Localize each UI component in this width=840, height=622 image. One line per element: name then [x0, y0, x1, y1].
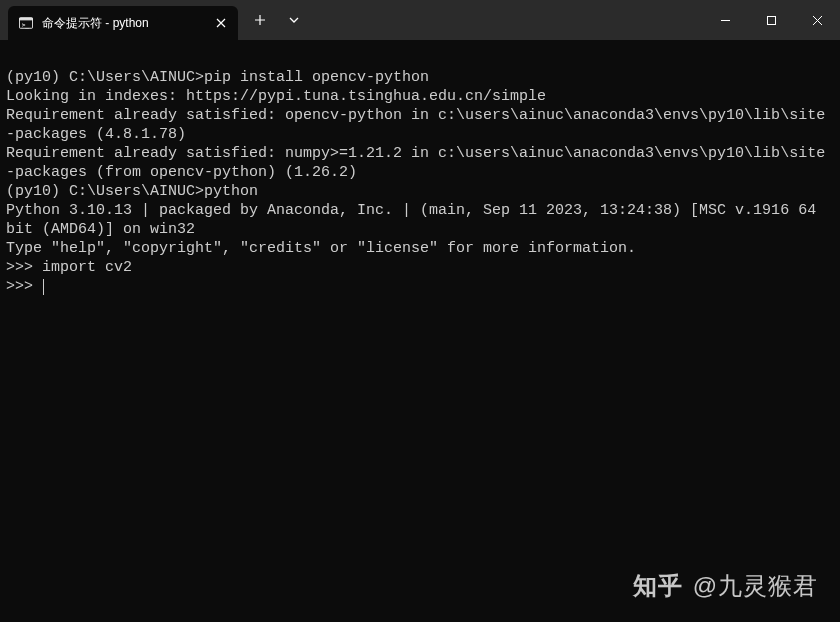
- cmd-icon: >_: [18, 15, 34, 31]
- terminal-line: >>>: [6, 277, 834, 296]
- terminal-line: (py10) C:\Users\AINUC>pip install opencv…: [6, 68, 834, 87]
- titlebar: >_ 命令提示符 - python: [0, 0, 840, 40]
- terminal-output[interactable]: (py10) C:\Users\AINUC>pip install opencv…: [0, 40, 840, 302]
- terminal-line: Requirement already satisfied: numpy>=1.…: [6, 144, 834, 182]
- terminal-line: Looking in indexes: https://pypi.tuna.ts…: [6, 87, 834, 106]
- svg-text:>_: >_: [22, 21, 30, 29]
- tab-title: 命令提示符 - python: [42, 15, 204, 32]
- titlebar-drag-area[interactable]: [310, 0, 702, 40]
- terminal-line: >>> import cv2: [6, 258, 834, 277]
- close-button[interactable]: [794, 0, 840, 40]
- new-tab-button[interactable]: [244, 4, 276, 36]
- terminal-line: Python 3.10.13 | packaged by Anaconda, I…: [6, 201, 834, 239]
- active-tab[interactable]: >_ 命令提示符 - python: [8, 6, 238, 40]
- watermark: 知乎 @九灵猴君: [633, 570, 818, 602]
- tab-close-button[interactable]: [212, 14, 230, 32]
- svg-rect-3: [767, 16, 775, 24]
- maximize-button[interactable]: [748, 0, 794, 40]
- terminal-cursor: [43, 279, 44, 295]
- tab-dropdown-button[interactable]: [278, 4, 310, 36]
- terminal-line: Type "help", "copyright", "credits" or "…: [6, 239, 834, 258]
- zhihu-logo-icon: 知乎: [633, 570, 683, 602]
- terminal-line: Requirement already satisfied: opencv-py…: [6, 106, 834, 144]
- watermark-author: @九灵猴君: [693, 570, 818, 602]
- window-controls: [702, 0, 840, 40]
- minimize-button[interactable]: [702, 0, 748, 40]
- tab-actions: [238, 0, 310, 40]
- terminal-line: (py10) C:\Users\AINUC>python: [6, 182, 834, 201]
